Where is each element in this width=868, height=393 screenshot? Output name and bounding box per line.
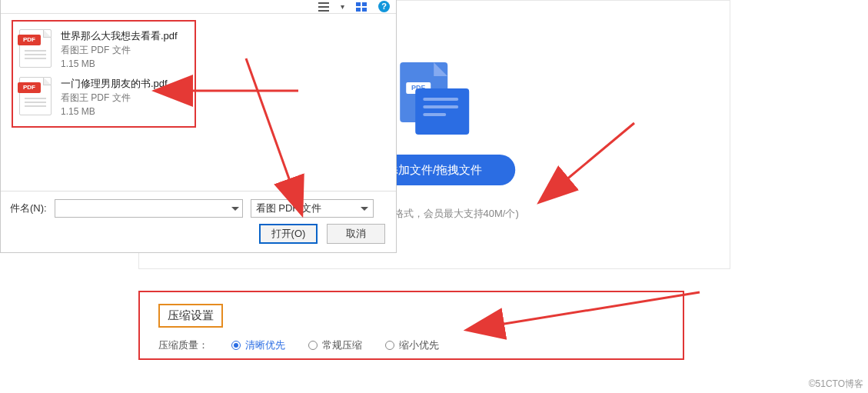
file-open-dialog: ▾ ? PDF 世界那么大我想去看看.pdf 看图王 PDF 文件 1.15 M… (0, 0, 397, 253)
radio-icon (308, 341, 318, 350)
quality-option-normal[interactable]: 常规压缩 (308, 338, 362, 352)
file-size: 1.15 MB (61, 57, 178, 71)
quality-option-small[interactable]: 缩小优先 (385, 338, 439, 352)
file-name: 世界那么大我想去看看.pdf (61, 29, 178, 43)
filetype-combobox[interactable]: 看图 PDF 文件 (251, 199, 374, 218)
quality-row: 压缩质量： 清晰优先 常规压缩 缩小优先 (158, 338, 664, 352)
help-icon[interactable]: ? (378, 1, 390, 12)
filename-label: 件名(N): (10, 201, 47, 215)
radio-icon (231, 341, 241, 350)
svg-rect-6 (362, 8, 367, 12)
settings-title: 压缩设置 (158, 304, 223, 328)
file-item[interactable]: PDF 世界那么大我想去看看.pdf 看图王 PDF 文件 1.15 MB (13, 26, 195, 74)
quality-option-clarity[interactable]: 清晰优先 (231, 338, 285, 352)
dialog-toolbar: ▾ ? (1, 0, 396, 14)
watermark: ©51CTO博客 (809, 378, 863, 391)
pdf-large-icon: PDF (400, 62, 469, 135)
svg-rect-2 (318, 10, 329, 12)
file-size: 1.15 MB (61, 105, 168, 118)
pdf-file-icon: PDF (19, 77, 52, 115)
file-type: 看图王 PDF 文件 (61, 43, 178, 57)
file-name: 一门修理男朋友的书.pdf (61, 77, 168, 91)
toolbar-chevron-icon[interactable]: ▾ (341, 2, 344, 11)
filetype-value: 看图 PDF 文件 (256, 201, 321, 215)
svg-rect-4 (362, 2, 367, 6)
file-selection-box: PDF 世界那么大我想去看看.pdf 看图王 PDF 文件 1.15 MB PD… (12, 20, 196, 128)
svg-rect-0 (318, 2, 329, 4)
compress-settings-panel: 压缩设置 压缩质量： 清晰优先 常规压缩 缩小优先 (138, 291, 684, 360)
svg-rect-3 (356, 2, 361, 6)
open-button[interactable]: 打开(O) (259, 224, 318, 244)
chevron-down-icon (361, 207, 368, 211)
view-grid-icon[interactable] (355, 1, 367, 13)
quality-label: 压缩质量： (158, 338, 208, 352)
pdf-file-icon: PDF (19, 29, 52, 68)
cancel-button[interactable]: 取消 (327, 224, 385, 244)
filename-combobox[interactable] (55, 199, 243, 218)
file-list-area: PDF 世界那么大我想去看看.pdf 看图王 PDF 文件 1.15 MB PD… (1, 14, 396, 191)
file-item[interactable]: PDF 一门修理男朋友的书.pdf 看图王 PDF 文件 1.15 MB (13, 74, 195, 122)
svg-rect-5 (356, 8, 361, 12)
radio-icon (385, 341, 394, 350)
view-list-icon[interactable] (318, 1, 330, 13)
file-type: 看图王 PDF 文件 (61, 91, 168, 105)
dialog-bottom: 件名(N): 看图 PDF 文件 打开(O) 取消 (1, 191, 396, 248)
svg-rect-1 (318, 6, 329, 8)
